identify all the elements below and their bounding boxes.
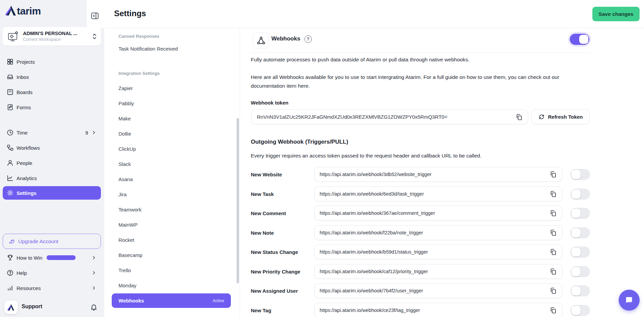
trigger-url-input[interactable] [315,226,562,240]
webhooks-master-toggle[interactable] [570,34,589,45]
settings-nav-item-rocket[interactable]: Rocket [112,232,231,248]
sidebar-item-settings[interactable]: Settings [3,186,101,200]
copy-url-button[interactable] [549,229,558,237]
upgrade-account-button[interactable]: Upgrade Account [3,234,101,249]
copy-url-button[interactable] [549,306,558,314]
trigger-url-input[interactable] [315,167,562,181]
support-logo-tile[interactable] [4,300,18,314]
settings-nav-item-basecamp[interactable]: Basecamp [112,248,231,263]
chevron-right-icon [91,286,96,290]
toggle-knob [571,209,581,218]
settings-nav-item-make[interactable]: Make [112,111,231,126]
chat-bubble-icon [624,295,634,305]
settings-nav-item-asana[interactable]: Asana [112,172,231,187]
copy-url-button[interactable] [549,267,558,276]
copy-icon [549,307,557,314]
trigger-toggle[interactable] [570,208,590,219]
sidebar-item-resources[interactable]: Resources [3,282,101,294]
trigger-toggle[interactable] [570,227,590,238]
trigger-toggle[interactable] [570,247,590,258]
trigger-url-input[interactable] [315,206,562,220]
outgoing-webhook-title: Outgoing Webhook (Triggers/PULL) [251,139,348,145]
sidebar-item-workflows[interactable]: Workflows [3,141,101,154]
copy-url-button[interactable] [549,190,558,198]
trigger-toggle[interactable] [570,285,590,296]
settings-nav-item-trello[interactable]: Trello [112,263,231,278]
sidebar-item-projects[interactable]: Projects [3,55,101,68]
toggle-knob [579,35,588,44]
trigger-toggle[interactable] [570,189,590,200]
bell-icon[interactable] [90,303,98,311]
how-to-win-progress [47,255,76,260]
copy-url-button[interactable] [549,209,558,217]
trigger-url-input[interactable] [315,264,562,279]
sidebar-item-time[interactable]: Time 9 [3,126,101,139]
settings-nav-scrollbar[interactable] [237,118,239,283]
copy-icon [549,229,557,236]
webhook-token-label: Webhook token [251,100,288,106]
sidebar-item-how-to-win[interactable]: How to Win [3,251,101,264]
workspace-subtitle: Current Workspace [23,37,92,42]
settings-nav-item-pabbly[interactable]: Pabbly [112,96,231,111]
sidebar-collapse-button[interactable] [90,11,99,20]
settings-nav-item-jira[interactable]: Jira [112,187,231,202]
settings-nav-item-clickup[interactable]: ClickUp [112,141,231,156]
sidebar-item-boards[interactable]: Boards [3,86,101,98]
workspace-name: ADMIN'S PERSONAL ... [23,31,92,36]
settings-nav-item-dollie[interactable]: Dollie [112,126,231,141]
copy-icon [549,209,557,217]
webhook-icon [257,36,266,45]
trigger-url-field [314,283,562,298]
copy-url-button[interactable] [549,170,558,178]
header-left-notch [87,0,104,28]
sidebar-item-inbox[interactable]: Inbox [3,70,101,83]
trigger-row-new-tag: New Tag [240,303,612,317]
trigger-toggle[interactable] [570,305,590,316]
settings-nav-item-label: Webhooks [118,298,144,304]
settings-nav-item-monday[interactable]: Monday [112,278,231,293]
clock-icon [6,129,14,136]
gear-icon [6,189,14,197]
refresh-icon [538,114,545,120]
trigger-url-input[interactable] [315,284,562,298]
trigger-label: New Tag [251,303,271,317]
sidebar-item-analytics[interactable]: Analytics [3,172,101,184]
sidebar-item-forms[interactable]: Forms [3,101,101,114]
webhooks-panel: Webhooks ? Fully automate processes to p… [240,28,644,317]
trigger-toggle[interactable] [570,266,590,277]
webhooks-intro-1: Fully automate processes to push data ou… [251,57,469,63]
settings-nav-item-zapier[interactable]: Zapier [112,81,231,96]
sidebar-item-help[interactable]: Help [3,266,101,279]
toggle-knob [571,286,581,295]
refresh-token-button[interactable]: Refresh Token [532,109,590,124]
trigger-toggle[interactable] [570,169,590,180]
trigger-url-input[interactable] [315,245,562,259]
copy-icon [515,113,523,121]
settings-nav-item-webhooks[interactable]: Webhooks Active [112,293,231,308]
chevron-right-icon [91,270,96,275]
sidebar-item-people[interactable]: People [3,156,101,169]
trigger-row-new-note: New Note [240,225,612,240]
trigger-label: New Website [251,167,282,182]
copy-url-button[interactable] [549,287,558,295]
settings-nav-item-mainwp[interactable]: MainWP [112,217,231,232]
save-changes-button[interactable]: Save changes [592,7,640,21]
atarim-logo[interactable]: tarim [5,5,41,16]
sidebar-item-label: Inbox [17,74,29,80]
settings-nav: Canned Responses Task Notification Recei… [104,28,240,317]
toggle-knob [571,248,581,257]
webhooks-help-icon[interactable]: ? [304,35,312,43]
chat-widget-button[interactable] [619,290,640,311]
settings-nav-item-task-notification[interactable]: Task Notification Received [112,41,231,56]
webhook-token-input[interactable] [252,110,528,124]
settings-nav-item-teamwork[interactable]: Teamwork [112,202,231,217]
trigger-url-input[interactable] [315,303,562,317]
workspace-selector[interactable]: ADMIN'S PERSONAL ... Current Workspace [3,27,101,46]
sidebar-item-label: Settings [17,190,36,196]
copy-token-button[interactable] [515,113,524,121]
copy-url-button[interactable] [549,248,558,256]
trigger-url-input[interactable] [315,187,562,201]
settings-nav-section-title: Canned Responses [112,31,240,41]
sidebar-item-label: Help [17,270,27,276]
settings-nav-item-slack[interactable]: Slack [112,156,231,172]
